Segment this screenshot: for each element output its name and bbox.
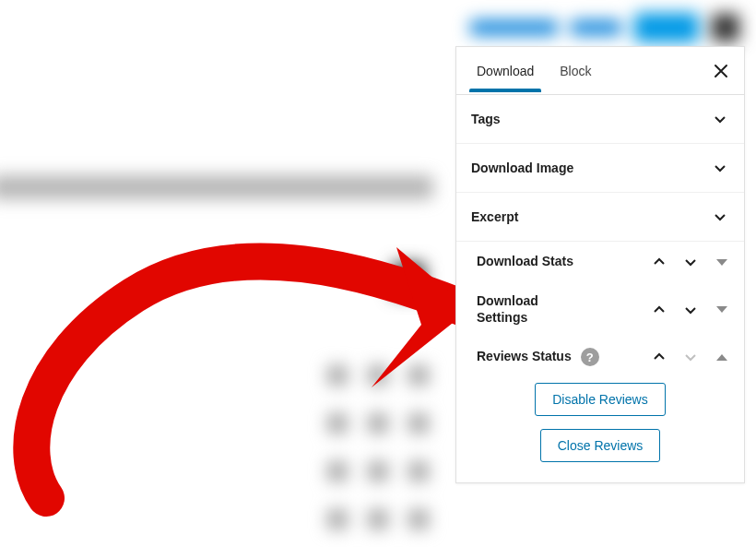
chevron-up-icon (650, 301, 668, 319)
metabox-download-stats: Download Stats (456, 242, 744, 282)
settings-sidebar: Download Block Tags Download Image Excer… (455, 46, 745, 483)
chevron-up-icon (650, 348, 668, 366)
chevron-down-icon (681, 348, 700, 366)
help-icon[interactable]: ? (581, 348, 599, 366)
metabox-download-settings-label: Download Settings (477, 293, 587, 326)
chevron-down-icon (711, 110, 729, 128)
chevron-down-icon (711, 159, 729, 177)
move-down-button-disabled (681, 348, 700, 366)
move-down-button[interactable] (681, 301, 700, 319)
metabox-download-stats-label: Download Stats (477, 254, 573, 270)
annotation-arrow (5, 221, 484, 517)
sidebar-tabs: Download Block (456, 47, 744, 95)
tab-download[interactable]: Download (464, 53, 547, 94)
chevron-up-icon (650, 253, 668, 271)
disable-reviews-button[interactable]: Disable Reviews (535, 383, 665, 416)
close-sidebar-button[interactable] (705, 55, 737, 87)
toggle-collapse-button[interactable] (713, 253, 731, 271)
panel-download-image-label: Download Image (471, 161, 573, 175)
triangle-down-icon (716, 259, 727, 266)
reviews-status-body: Disable Reviews Close Reviews (456, 377, 744, 482)
chevron-down-icon (681, 253, 700, 271)
toggle-collapse-button[interactable] (713, 348, 731, 366)
tab-block[interactable]: Block (547, 53, 604, 94)
close-icon (713, 63, 729, 79)
triangle-down-icon (716, 306, 727, 313)
panel-excerpt[interactable]: Excerpt (456, 193, 744, 241)
metabox-reviews-status: Reviews Status ? (456, 337, 744, 377)
panel-tags-label: Tags (471, 112, 501, 126)
chevron-down-icon (681, 301, 700, 319)
panel-download-image[interactable]: Download Image (456, 144, 744, 192)
move-up-button[interactable] (650, 301, 668, 319)
panel-excerpt-label: Excerpt (471, 209, 518, 224)
move-down-button[interactable] (681, 253, 700, 271)
move-up-button[interactable] (650, 253, 668, 271)
chevron-down-icon (711, 208, 729, 226)
move-up-button[interactable] (650, 348, 668, 366)
panel-tags[interactable]: Tags (456, 95, 744, 143)
metabox-download-settings: Download Settings (456, 282, 744, 337)
triangle-up-icon (716, 354, 727, 361)
toggle-collapse-button[interactable] (713, 301, 731, 319)
close-reviews-button[interactable]: Close Reviews (540, 429, 661, 462)
metabox-reviews-status-label: Reviews Status (477, 349, 572, 365)
